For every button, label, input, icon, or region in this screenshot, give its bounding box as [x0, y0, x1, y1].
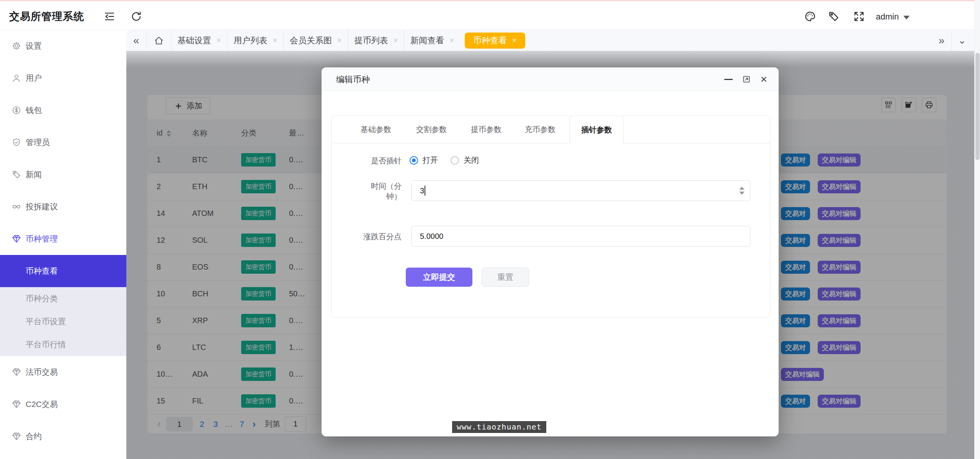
tab-close-icon[interactable]: × [337, 36, 342, 45]
modal-tab-充币参数[interactable]: 充币参数 [525, 116, 555, 143]
modal-tab-基础参数[interactable]: 基础参数 [361, 116, 391, 143]
tabbar: «基础设置×用户列表×会员关系图×提币列表×新闻查看×币种查看×»⌄ [126, 30, 980, 51]
tabs-menu-chevron-icon[interactable]: ⌄ [952, 34, 972, 46]
percent-label: 涨跌百分点 [332, 232, 402, 242]
tab-label: 用户列表 [234, 35, 267, 46]
sidebar-item-钱包[interactable]: 钱包 [0, 94, 126, 126]
modal-tab-交割参数[interactable]: 交割参数 [416, 116, 447, 143]
sidebar-item-label: 设置 [26, 41, 42, 51]
tag-icon[interactable] [828, 10, 840, 23]
sidebar-item-C2C交易[interactable]: C2C交易 [0, 388, 126, 420]
sidebar-item-label: 用户 [26, 73, 42, 83]
tab-close-icon[interactable]: × [217, 36, 221, 45]
tab-会员关系图[interactable]: 会员关系图× [284, 30, 348, 51]
sidebar-subitem-平台币行情[interactable]: 平台币行情 [0, 333, 126, 356]
modal-tab-提币参数[interactable]: 提币参数 [471, 116, 501, 143]
tabs-scroll-right[interactable]: » [932, 30, 952, 51]
pin-label: 是否插针 [332, 156, 402, 166]
app-header: 交易所管理系统 admin [0, 1, 980, 30]
sidebar-item-label: C2C交易 [26, 399, 58, 410]
tab-close-icon[interactable]: × [512, 36, 517, 45]
time-input[interactable]: 3 [411, 180, 750, 201]
time-label: 时间（分钟） [332, 181, 402, 202]
sidebar-item-法币交易[interactable]: 法币交易 [0, 356, 126, 388]
scrollbar [974, 0, 980, 459]
modal-tab-插针参数[interactable]: 插针参数 [570, 116, 624, 144]
infinity-icon [11, 202, 21, 212]
gem-icon [11, 399, 21, 409]
user-menu[interactable]: admin [876, 10, 910, 23]
submit-button[interactable]: 立即提交 [406, 268, 472, 287]
sidebar-item-label: 币种管理 [26, 234, 58, 244]
home-icon[interactable] [154, 35, 164, 46]
tab-divider [146, 30, 147, 51]
sidebar-submenu: 币种查看币种分类平台币设置平台币行情 [0, 255, 126, 356]
screen: 交易所管理系统 admin 设置用户钱包管理员新闻投拆建议币种管理币种查看币种分… [0, 0, 980, 459]
fullscreen-icon[interactable] [853, 10, 865, 23]
tab-币种查看[interactable]: 币种查看× [465, 33, 525, 49]
user-name: admin [876, 12, 899, 22]
percent-input[interactable]: 5.0000 [411, 226, 750, 247]
tab-close-icon[interactable]: × [273, 36, 277, 45]
minimize-icon[interactable] [724, 79, 733, 80]
modal-form-card: 基础参数交割参数提币参数充币参数插针参数 是否插针 打开关闭 时间（分钟） 3 … [331, 116, 770, 318]
gem-icon [11, 234, 21, 244]
radio-打开[interactable] [410, 156, 418, 165]
watermark: www.tiaozhuan.net [452, 421, 546, 433]
radio-label[interactable]: 打开 [423, 155, 438, 165]
sidebar-item-投拆建议[interactable]: 投拆建议 [0, 191, 126, 223]
pin-radio-group: 打开关闭 [410, 155, 479, 165]
radio-关闭[interactable] [451, 156, 459, 165]
gear-icon [11, 41, 21, 51]
tab-label: 新闻查看 [410, 35, 444, 46]
tab-基础设置[interactable]: 基础设置× [172, 30, 227, 51]
sidebar-item-label: 投拆建议 [26, 201, 58, 212]
tab-close-icon[interactable]: × [394, 36, 398, 45]
tabs-scroll-left[interactable]: « [126, 30, 146, 51]
sidebar-item-新闻[interactable]: 新闻 [0, 158, 126, 191]
scrollbar-thumb[interactable] [975, 53, 980, 160]
sidebar-item-label: 新闻 [26, 169, 42, 180]
sidebar: 设置用户钱包管理员新闻投拆建议币种管理币种查看币种分类平台币设置平台币行情法币交… [0, 30, 126, 459]
close-icon[interactable]: × [760, 74, 767, 85]
sidebar-item-用户[interactable]: 用户 [0, 62, 126, 94]
tab-label: 币种查看 [473, 35, 507, 46]
sidebar-item-合约[interactable]: 合约 [0, 420, 126, 452]
text-caret [425, 186, 425, 196]
maximize-icon[interactable] [742, 75, 751, 84]
sidebar-subitem-币种查看[interactable]: 币种查看 [0, 255, 126, 287]
number-spinner[interactable] [739, 187, 745, 195]
radio-label[interactable]: 关闭 [464, 155, 479, 165]
palette-icon[interactable] [804, 10, 816, 23]
tab-close-icon[interactable]: × [449, 36, 454, 45]
caret-down-icon [903, 16, 910, 20]
app-title: 交易所管理系统 [9, 10, 84, 23]
dollar-icon [11, 105, 21, 115]
sidebar-item-label: 钱包 [26, 105, 42, 116]
sidebar-item-label: 法币交易 [26, 367, 58, 377]
sidebar-item-label: 合约 [26, 431, 42, 442]
tab-新闻查看[interactable]: 新闻查看× [404, 30, 460, 51]
tab-label: 提币列表 [354, 35, 388, 46]
sidebar-item-管理员[interactable]: 管理员 [0, 126, 126, 158]
sidebar-item-设置[interactable]: 设置 [0, 30, 126, 62]
tab-label: 基础设置 [178, 35, 211, 46]
menu-fold-icon[interactable] [103, 10, 116, 23]
sidebar-item-币种管理[interactable]: 币种管理 [0, 223, 126, 255]
refresh-icon[interactable] [130, 10, 142, 23]
shield-icon [11, 137, 21, 147]
reset-button[interactable]: 重置 [482, 268, 529, 287]
tab-提币列表[interactable]: 提币列表× [348, 30, 404, 51]
modal-title: 编辑币种 [336, 74, 370, 85]
tabbar-right-controls: »⌄ [932, 30, 972, 51]
modal-controls: × [724, 67, 767, 91]
gem-icon [11, 367, 21, 377]
tab-label: 会员关系图 [290, 35, 332, 46]
tab-用户列表[interactable]: 用户列表× [227, 30, 283, 51]
modal-header: 编辑币种 × [322, 67, 779, 91]
tag-icon [11, 170, 21, 180]
sidebar-item-label: 管理员 [26, 137, 50, 148]
sidebar-subitem-平台币设置[interactable]: 平台币设置 [0, 310, 126, 333]
sidebar-subitem-币种分类[interactable]: 币种分类 [0, 287, 126, 310]
modal-tabs: 基础参数交割参数提币参数充币参数插针参数 [332, 116, 770, 143]
